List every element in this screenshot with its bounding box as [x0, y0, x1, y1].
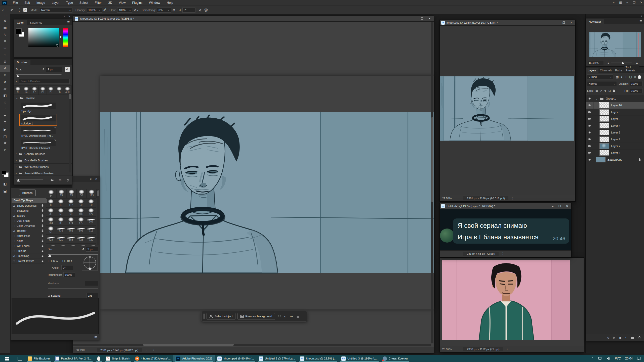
tip-cell-175[interactable]: 175: [76, 216, 86, 225]
tip-cell-30[interactable]: 30: [46, 207, 56, 216]
tip-cell-736[interactable]: 736: [56, 225, 66, 235]
doc1-titlebar[interactable]: Ps khoon.psd @ 80.9% (Layer 10, RGB/8#) …: [73, 16, 434, 22]
navigator-zoom-field[interactable]: 80.93%: [588, 60, 604, 65]
option-transfer[interactable]: ☑Transfer: [12, 228, 45, 233]
type-tool[interactable]: T: [0, 119, 10, 126]
eyedropper-tool[interactable]: ⌁: [0, 51, 10, 58]
taskbar-item-snip-sketch[interactable]: ✎Snip & Sketch: [103, 355, 133, 362]
hue-slider[interactable]: [63, 28, 68, 47]
pressure-size-icon[interactable]: ✐̥: [199, 8, 202, 12]
tab-paths[interactable]: Paths: [614, 68, 624, 73]
doc4-zoom-level[interactable]: 26.97%: [440, 348, 460, 351]
vertical-scrollbar[interactable]: [431, 22, 433, 343]
brush-preset-icon[interactable]: ✐ ⌄: [10, 8, 16, 12]
tip-cell-100[interactable]: 100: [76, 207, 86, 216]
status-arrow-icon[interactable]: 〉: [506, 347, 509, 351]
brushes-shortcut-button[interactable]: Brushes: [19, 190, 36, 196]
unchecked-checkbox[interactable]: ▢: [13, 219, 17, 222]
lock-all-icon[interactable]: [613, 89, 615, 92]
doc1-minimize-button[interactable]: –: [414, 17, 416, 20]
tip-size-field[interactable]: 9 px: [86, 247, 98, 252]
angle-roundness-control[interactable]: [82, 255, 98, 271]
menu-item-layer[interactable]: Layer: [48, 1, 63, 5]
brush-folder-special-effects-brushes[interactable]: ›Special Effects Brushes: [14, 170, 72, 174]
home-icon[interactable]: ⌂: [2, 8, 4, 12]
tip-cell-720[interactable]: 720: [86, 235, 96, 244]
roundness-field[interactable]: 100%: [63, 272, 75, 277]
recent-brush-24[interactable]: 24: [22, 86, 30, 95]
menu-item-edit[interactable]: Edit: [21, 1, 33, 5]
taskbar-item-file-explorer[interactable]: File Explorer: [25, 355, 53, 362]
eye-box[interactable]: [586, 102, 593, 109]
brush-item-kyle-ultimate-charcoal[interactable]: ✎KYLE Ultimate Charcoal...: [19, 138, 57, 151]
layer-row-layer-3[interactable]: Layer 3: [586, 150, 644, 156]
network-icon[interactable]: [598, 357, 602, 360]
unchecked-checkbox[interactable]: ▢: [13, 224, 17, 227]
menu-item-select[interactable]: Select: [76, 1, 92, 5]
smoothing-dropdown[interactable]: 0%⌄: [157, 8, 171, 13]
eye-box[interactable]: [586, 95, 593, 102]
brush-item-splerdge[interactable]: Splerdge: [19, 101, 57, 114]
lock-icon[interactable]: [41, 234, 44, 237]
opacity-dropdown[interactable]: 100%⌄: [87, 8, 102, 13]
symmetry-icon[interactable]: 🦋︎: [204, 8, 208, 12]
panel-menu-icon[interactable]: ☰: [65, 20, 72, 25]
quick-mask-icon[interactable]: ◧: [0, 180, 10, 187]
tip-cell-719[interactable]: 719: [86, 225, 96, 235]
dock-expand-icon[interactable]: »: [641, 15, 642, 18]
dodge-tool[interactable]: ◔: [0, 106, 10, 112]
doc1-maximize-button[interactable]: ❐: [421, 17, 423, 20]
menu-item-help[interactable]: Help: [164, 1, 177, 5]
pen-tool[interactable]: ✒: [0, 112, 10, 119]
zoom-tool[interactable]: ⌕: [0, 146, 10, 153]
checked-checkbox[interactable]: ☑: [13, 204, 17, 207]
unchecked-checkbox[interactable]: ▢: [13, 209, 17, 212]
brush-folder-general-brushes[interactable]: ›General Brushes: [14, 151, 72, 157]
brush-tip-shape-row[interactable]: Brush Tip Shape: [12, 198, 47, 203]
brush-search-input[interactable]: [19, 79, 70, 84]
tip-cell-112[interactable]: 112: [66, 198, 76, 207]
doc2-zoom-level[interactable]: 22.54%: [440, 197, 460, 200]
preview-size-slider[interactable]: [16, 179, 43, 179]
menu-item-3d[interactable]: 3D: [105, 1, 115, 5]
filter-kind-dropdown[interactable]: ⌕ Kind⌄: [587, 74, 613, 79]
more-options-icon[interactable]: ⋯: [290, 314, 293, 318]
visibility-eye-icon[interactable]: [588, 152, 591, 154]
tab-tool-presets[interactable]: Tool Presets: [624, 65, 640, 73]
recent-brush-9[interactable]: 9: [14, 86, 22, 95]
tip-cell-696[interactable]: 696: [76, 225, 86, 235]
option-brush-pose[interactable]: ▢Brush Pose: [12, 233, 45, 238]
recent-brush-23[interactable]: 23: [39, 86, 47, 95]
visibility-eye-icon[interactable]: [588, 138, 591, 141]
lasso-tool[interactable]: ∿: [0, 31, 10, 38]
history-brush-tool[interactable]: ↺: [0, 78, 10, 85]
tip-cell-174[interactable]: 174: [66, 216, 76, 225]
collapse-panel-icon[interactable]: «: [90, 177, 92, 181]
select-subject-button[interactable]: Select subject: [207, 313, 235, 320]
toolbar-color-swatches[interactable]: [2, 170, 8, 177]
lock-transparent-icon[interactable]: ▦: [595, 89, 598, 92]
menu-item-file[interactable]: File: [10, 1, 21, 5]
clone-stamp-tool[interactable]: ⌑: [0, 72, 10, 78]
unchecked-checkbox[interactable]: ▢: [13, 234, 17, 237]
lock-icon[interactable]: [41, 224, 44, 227]
squid-game-image[interactable]: [442, 260, 570, 340]
visibility-eye-icon[interactable]: [588, 111, 591, 113]
visibility-eye-icon[interactable]: [588, 131, 591, 134]
lock-icon[interactable]: [41, 249, 44, 252]
tab-channels[interactable]: Channels: [598, 68, 614, 73]
taskbar-item-home17-d-please[interactable]: * home17 [D:\please\...: [133, 355, 173, 362]
visibility-eye-icon[interactable]: [588, 104, 591, 107]
visibility-eye-icon[interactable]: [588, 158, 591, 161]
eye-box[interactable]: [586, 156, 593, 163]
taskbar-item-untitled-3-195-l[interactable]: PsUntitled-3 @ 195% (L...: [339, 355, 380, 362]
adjustment-icon[interactable]: ◐: [284, 314, 286, 318]
foreground-background-colors[interactable]: [16, 29, 23, 36]
drag-handle[interactable]: [204, 313, 205, 319]
mode-dropdown[interactable]: Normal⌄: [40, 8, 72, 13]
caret-right-icon[interactable]: ›: [16, 165, 17, 168]
caret-right-icon[interactable]: ›: [16, 159, 17, 162]
unchecked-checkbox[interactable]: ▢: [13, 249, 17, 252]
filter-toggle[interactable]: [638, 75, 641, 79]
filter-pixel-icon[interactable]: ▦: [616, 75, 619, 79]
